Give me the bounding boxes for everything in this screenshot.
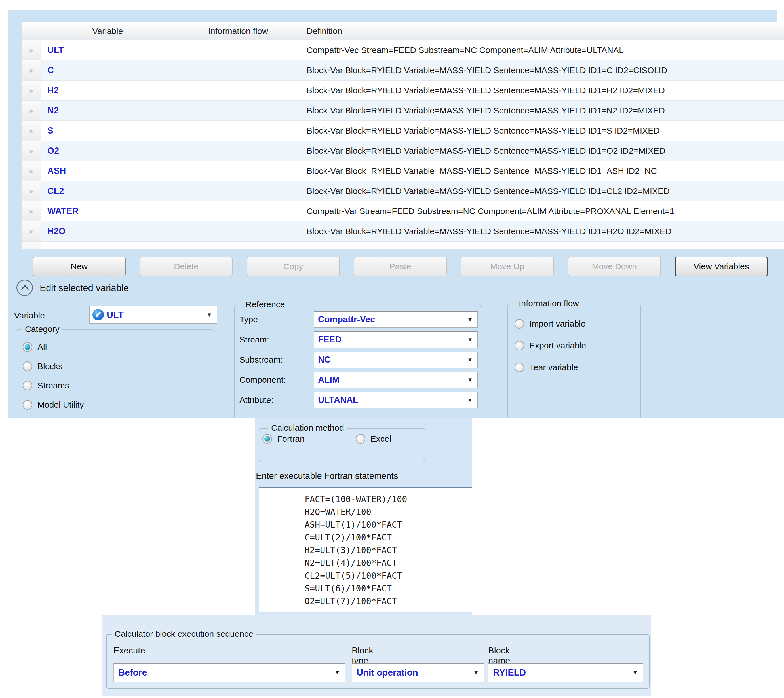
row-selector-icon: ▸	[30, 87, 33, 94]
reference-field: Component:ALIM▼	[239, 372, 478, 388]
table-row[interactable]: ▸CL2Block-Var Block=RYIELD Variable=MASS…	[22, 181, 784, 201]
radio-button[interactable]	[23, 342, 32, 352]
variable-cell[interactable]: H2O	[41, 221, 175, 241]
information-flow-cell[interactable]	[175, 121, 302, 141]
table-row[interactable]: ▸ULTCompattr-Vec Stream=FEED Substream=N…	[22, 40, 784, 60]
information-flow-cell[interactable]	[175, 60, 302, 80]
variable-cell[interactable]: ULT	[41, 40, 175, 60]
definition-cell[interactable]: Block-Var Block=RYIELD Variable=MASS-YIE…	[302, 60, 784, 80]
radio-button[interactable]	[23, 400, 32, 410]
row-selector-icon: ▸	[30, 67, 33, 74]
definition-cell[interactable]: Block-Var Block=RYIELD Variable=MASS-YIE…	[302, 141, 784, 161]
fortran-code-editor[interactable]: FACT=(100-WATER)/100H2O=WATER/100ASH=ULT…	[259, 487, 472, 612]
reference-dropdown-substream[interactable]: NC▼	[314, 352, 478, 368]
variable-cell[interactable]: WATER	[41, 201, 175, 221]
definition-cell[interactable]: Block-Var Block=RYIELD Variable=MASS-YIE…	[302, 181, 784, 201]
category-option[interactable]: Model Utility	[23, 400, 84, 410]
table-row[interactable]: ▸ASHBlock-Var Block=RYIELD Variable=MASS…	[22, 161, 784, 181]
category-option[interactable]: Blocks	[23, 361, 84, 371]
category-option[interactable]: Streams	[23, 380, 84, 391]
definition-cell[interactable]: Block-Var Block=RYIELD Variable=MASS-YIE…	[302, 221, 784, 241]
radio-button[interactable]	[515, 341, 524, 351]
row-selector[interactable]: ▸	[22, 100, 41, 120]
table-row[interactable]: ▸WATERCompattr-Var Stream=FEED Substream…	[22, 201, 784, 221]
row-selector[interactable]: ▸	[22, 40, 41, 60]
row-selector[interactable]: ▸	[22, 141, 41, 161]
information-flow-cell[interactable]	[175, 201, 302, 221]
definition-cell[interactable]: Block-Var Block=RYIELD Variable=MASS-YIE…	[302, 161, 784, 181]
paste-button[interactable]: Paste	[354, 257, 447, 277]
reference-dropdown-component[interactable]: ALIM▼	[314, 372, 478, 388]
delete-button[interactable]: Delete	[140, 257, 233, 277]
copy-button[interactable]: Copy	[247, 257, 340, 277]
radio-button[interactable]	[23, 362, 32, 371]
block-name-dropdown[interactable]: RYIELD▼	[488, 663, 643, 682]
variable-cell[interactable]: N2	[41, 100, 175, 120]
row-selector-icon: ▸	[30, 207, 33, 215]
information-flow-cell[interactable]	[175, 100, 302, 120]
move-down-button[interactable]: Move Down	[568, 257, 661, 277]
variable-dropdown[interactable]: ✔ ULT ▼	[89, 306, 217, 324]
category-option[interactable]: All	[23, 342, 84, 352]
row-selector[interactable]: ▸	[22, 60, 41, 80]
information-flow-cell[interactable]	[175, 161, 302, 181]
row-selector[interactable]: ▸	[22, 161, 41, 181]
table-row[interactable]: ▸N2Block-Var Block=RYIELD Variable=MASS-…	[22, 100, 784, 121]
row-selector[interactable]: ▸	[22, 181, 41, 201]
chevron-down-icon: ▼	[465, 377, 477, 383]
new-button[interactable]: New	[33, 257, 125, 277]
radio-button[interactable]	[262, 434, 272, 444]
information-flow-option[interactable]: Import variable	[515, 319, 586, 329]
definition-cell[interactable]: Block-Var Block=RYIELD Variable=MASS-YIE…	[302, 121, 784, 141]
table-row[interactable]: ▸H2OBlock-Var Block=RYIELD Variable=MASS…	[22, 221, 784, 242]
information-flow-cell[interactable]	[175, 181, 302, 201]
calculation-method-option[interactable]: Fortran	[262, 434, 305, 444]
view-variables-button[interactable]: View Variables	[675, 257, 768, 277]
row-selector[interactable]: ▸	[22, 201, 41, 221]
table-row[interactable]: ▸CBlock-Var Block=RYIELD Variable=MASS-Y…	[22, 60, 784, 81]
variable-cell[interactable]: ASH	[41, 161, 175, 181]
execute-dropdown[interactable]: Before▼	[114, 663, 345, 682]
table-row[interactable]: ▸SBlock-Var Block=RYIELD Variable=MASS-Y…	[22, 121, 784, 141]
definition-cell[interactable]: Compattr-Var Stream=FEED Substream=NC Co…	[302, 201, 784, 221]
radio-button[interactable]	[23, 381, 32, 390]
row-selector[interactable]: ▸	[22, 81, 41, 100]
information-flow-cell[interactable]	[175, 81, 302, 100]
information-flow-cell[interactable]	[175, 221, 302, 241]
chevron-down-icon: ▼	[465, 397, 477, 403]
information-flow-option[interactable]: Tear variable	[515, 362, 586, 372]
reference-dropdown-value: Compattr-Vec	[318, 314, 465, 324]
definition-cell[interactable]: Block-Var Block=RYIELD Variable=MASS-YIE…	[302, 81, 784, 100]
calculation-method-option[interactable]: Excel	[356, 434, 391, 444]
variables-table-panel: Variable Information flow Definition ▸UL…	[8, 10, 777, 250]
variable-cell[interactable]: H2	[41, 81, 175, 100]
definition-cell[interactable]: Block-Var Block=RYIELD Variable=MASS-YIE…	[302, 100, 784, 120]
reference-dropdown-attribute[interactable]: ULTANAL▼	[314, 392, 478, 408]
reference-dropdown-type[interactable]: Compattr-Vec▼	[314, 311, 478, 328]
table-row[interactable]: ▸H2Block-Var Block=RYIELD Variable=MASS-…	[22, 81, 784, 100]
reference-group-title: Reference	[243, 300, 287, 309]
definition-cell[interactable]: Compattr-Vec Stream=FEED Substream=NC Co…	[302, 40, 784, 60]
row-selector[interactable]: ▸	[22, 221, 41, 241]
execution-field-label: Execute	[114, 645, 145, 656]
row-selector[interactable]: ▸	[22, 121, 41, 141]
variable-cell[interactable]: C	[41, 60, 175, 80]
radio-button[interactable]	[515, 319, 524, 329]
row-selector-icon: ▸	[30, 147, 33, 155]
information-flow-cell[interactable]	[175, 141, 302, 161]
reference-dropdown-stream[interactable]: FEED▼	[314, 331, 478, 348]
fortran-code-line: CL2=ULT(5)/100*FACT	[305, 569, 472, 582]
block-type-dropdown[interactable]: Unit operation▼	[352, 663, 484, 682]
information-flow-option[interactable]: Export variable	[515, 341, 586, 351]
information-flow-cell[interactable]	[175, 40, 302, 60]
radio-button[interactable]	[515, 362, 524, 372]
variable-cell[interactable]: O2	[41, 141, 175, 161]
fortran-code-line: H2O=WATER/100	[305, 505, 472, 518]
move-up-button[interactable]: Move Up	[460, 257, 554, 277]
variable-cell[interactable]: CL2	[41, 181, 175, 201]
table-row[interactable]: ▸O2Block-Var Block=RYIELD Variable=MASS-…	[22, 141, 784, 161]
dropdown-value: RYIELD	[493, 667, 630, 678]
edit-section-expander[interactable]	[17, 280, 33, 296]
radio-button[interactable]	[356, 434, 365, 444]
variable-cell[interactable]: S	[41, 121, 175, 141]
